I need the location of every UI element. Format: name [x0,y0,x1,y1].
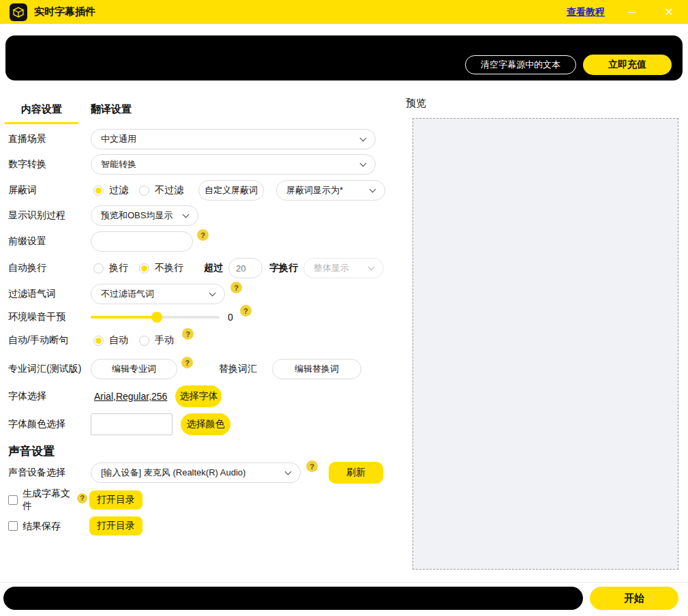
refresh-button[interactable]: 刷新 [329,462,383,484]
radio-no-filter-label[interactable]: 不过滤 [155,184,183,196]
tab-translation-settings[interactable]: 翻译设置 [90,99,132,124]
result-save-label-wrap: 结果保存 [18,520,87,533]
number-convert-value: 智能转换 [101,158,136,171]
result-save-label[interactable]: 结果保存 [23,520,61,531]
sound-section-title: 声音设置 [8,443,55,459]
live-scene-value: 中文通用 [101,133,136,145]
radio-wrap[interactable] [93,263,104,274]
subtitle-file-label-wrap: 生成字幕文件 ? [18,488,87,512]
open-result-dir-button[interactable]: 打开目录 [89,516,143,536]
row-pro-vocab: 专业词汇(测试版) 编辑专业词 ? 替换词汇 编辑替换词 [8,358,361,380]
slider-fill [91,316,157,319]
radio-filter-label[interactable]: 过滤 [109,184,128,196]
row-live-scene: 直播场景 中文通用 [8,128,376,150]
prefix-help-icon[interactable]: ? [197,229,209,241]
row-font-color: 字体颜色选择 选择颜色 [8,412,230,437]
app-logo [10,3,27,21]
preview-area [413,118,678,570]
choose-color-button[interactable]: 选择颜色 [181,413,230,435]
radio-filter[interactable] [93,186,104,196]
wrap-count-input-wrap [228,258,263,278]
radio-no-wrap-label[interactable]: 不换行 [155,262,183,274]
noise-value: 0 [228,312,233,323]
app-title: 实时字幕插件 [34,5,95,18]
wrap-count-input[interactable] [236,263,255,274]
noise-label: 环境噪音干预 [8,311,91,323]
prefix-input[interactable] [101,237,183,247]
auto-wrap-label: 自动换行 [8,262,91,274]
radio-wrap-label[interactable]: 换行 [109,262,128,274]
noise-slider[interactable] [91,312,220,323]
filler-filter-help-icon[interactable]: ? [230,282,242,293]
font-color-input-wrap [91,413,173,435]
row-font-select: 字体选择 Arial,Regular,256 选择字体 [8,385,222,407]
footer-divider [0,582,688,583]
close-button[interactable]: ✕ [659,7,678,18]
recharge-button[interactable]: 立即充值 [583,55,672,75]
sound-device-select[interactable]: [输入设备] 麦克风 (Realtek(R) Audio) [91,463,301,483]
recognition-display-select[interactable]: 预览和OBS均显示 [91,205,198,226]
font-select-label: 字体选择 [8,390,91,402]
row-blocked-words: 屏蔽词 过滤 不过滤 自定义屏蔽词 屏蔽词显示为* [8,179,385,201]
radio-no-wrap[interactable] [139,263,149,274]
pro-vocab-help-icon[interactable]: ? [181,357,193,368]
number-convert-select[interactable]: 智能转换 [91,154,376,175]
subtitle-file-checkbox[interactable] [8,495,18,505]
chevron-down-icon [360,134,367,141]
prefix-input-wrap [91,231,193,252]
chevron-down-icon [285,468,292,475]
row-sound-device: 声音设备选择 [输入设备] 麦克风 (Realtek(R) Audio) ? 刷… [8,462,383,484]
row-prefix: 前缀设置 ? [8,231,209,252]
pro-vocab-label: 专业词汇(测试版) [8,363,91,375]
sentence-break-help-icon[interactable]: ? [182,328,194,340]
result-save-checkbox[interactable] [8,521,18,531]
minimize-button[interactable]: ─ [623,7,642,18]
font-color-input[interactable] [91,414,172,435]
banner-buttons: 清空字幕源中的文本 立即充值 [465,55,672,75]
subtitle-file-label[interactable]: 生成字幕文件 [23,488,76,512]
titlebar-controls: 查看教程 ─ ✕ [567,6,678,18]
row-sentence-break: 自动/手动断句 自动 手动 ? [8,329,194,351]
recognition-display-label: 显示识别过程 [8,209,91,222]
recognition-display-value: 预览和OBS均显示 [101,209,173,222]
chevron-down-icon [360,160,367,166]
sound-device-help-icon[interactable]: ? [306,460,318,472]
radio-no-filter[interactable] [139,186,149,196]
tutorial-link[interactable]: 查看教程 [567,6,605,18]
over-label: 超过 [204,262,223,274]
preview-title: 预览 [406,97,426,110]
settings-tabs: 内容设置 翻译设置 [0,99,132,124]
edit-pro-vocab-button[interactable]: 编辑专业词 [91,359,177,379]
start-button[interactable]: 开始 [590,587,678,610]
cube-icon [12,5,25,19]
edit-replace-vocab-button[interactable]: 编辑替换词 [272,359,361,379]
slider-thumb[interactable] [151,312,162,323]
radio-manual-break-label[interactable]: 手动 [155,334,174,347]
radio-auto-break[interactable] [93,336,104,346]
radio-auto-break-label[interactable]: 自动 [109,334,128,347]
custom-blocked-words-button[interactable]: 自定义屏蔽词 [198,180,264,201]
live-scene-select[interactable]: 中文通用 [91,129,376,149]
current-font-link[interactable]: Arial,Regular,256 [94,391,167,402]
wrap-suffix-label: 字换行 [269,262,298,274]
filler-filter-label: 过滤语气词 [8,288,91,300]
replace-vocab-label: 替换词汇 [219,363,257,375]
status-bar [3,587,583,610]
row-number-convert: 数字转换 智能转换 [8,153,376,175]
wrap-display-mode-select[interactable]: 整体显示 [303,258,384,278]
top-banner: 清空字幕源中的文本 立即充值 [5,35,683,80]
noise-help-icon[interactable]: ? [240,305,252,317]
row-recognition-display: 显示识别过程 预览和OBS均显示 [8,205,198,226]
filler-filter-select[interactable]: 不过滤语气词 [91,284,225,304]
subtitle-file-help-icon[interactable]: ? [77,493,87,503]
sound-device-label: 声音设备选择 [8,467,91,479]
radio-manual-break[interactable] [139,336,149,346]
choose-font-button[interactable]: 选择字体 [175,385,222,407]
sound-device-value: [输入设备] 麦克风 (Realtek(R) Audio) [101,467,245,479]
chevron-down-icon [209,289,216,296]
chevron-down-icon [370,186,376,192]
open-subtitle-dir-button[interactable]: 打开目录 [89,490,143,510]
tab-content-settings[interactable]: 内容设置 [20,99,63,124]
clear-subtitle-source-button[interactable]: 清空字幕源中的文本 [465,55,576,74]
blocked-words-display-select[interactable]: 屏蔽词显示为* [276,180,385,201]
